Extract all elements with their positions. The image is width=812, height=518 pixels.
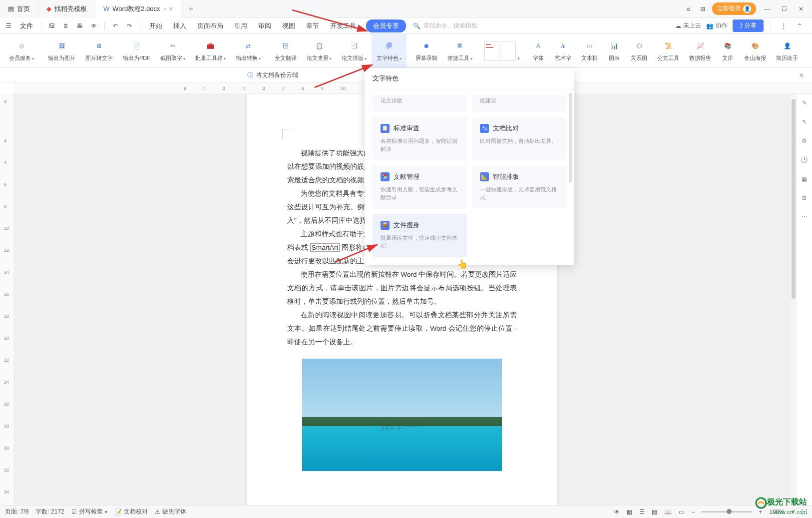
notification-close[interactable]: ✕ <box>799 72 804 79</box>
status-view-print[interactable]: ▦ <box>627 509 632 516</box>
new-tab-button[interactable]: + <box>181 4 200 13</box>
grid-icon[interactable]: ⊞ <box>698 4 707 13</box>
ribbon-plagiarism[interactable]: 📋论文查重▾ <box>302 34 337 67</box>
status-view-read[interactable]: 📖 <box>664 509 672 516</box>
para-text: 在新的阅读视图中阅读更加容易。可以折叠文档某些部分并关注所需文本。如果在达到结尾… <box>287 311 517 346</box>
tab-document[interactable]: WWord教程2.docx○✕ <box>95 0 181 18</box>
template-thumb-2[interactable] <box>501 41 516 61</box>
status-page[interactable]: 页面: 7/9 <box>5 508 28 516</box>
ribbon-official-docs[interactable]: 📜公文工具 <box>652 34 684 67</box>
status-frame-icon[interactable]: ▭ <box>679 509 684 516</box>
close-icon[interactable]: ✕ <box>169 6 173 11</box>
ribbon-data-report[interactable]: 📈数据报告 <box>684 34 716 67</box>
vruler-mark: 14 <box>4 270 9 275</box>
side-gear-icon[interactable]: ⚙ <box>800 136 810 146</box>
zoom-slider[interactable] <box>702 511 752 513</box>
status-missing-fonts[interactable]: ⚠缺失字体 <box>155 508 186 516</box>
side-grid-icon[interactable]: ▦ <box>800 174 810 184</box>
ribbon-textbox[interactable]: ▭文本框 <box>576 34 603 67</box>
document-image[interactable]: XXX 公司出品 <box>302 359 502 471</box>
template-thumb-1[interactable]: ▬▬▬▬▬ <box>484 41 499 61</box>
menu-tab-review[interactable]: 审阅 <box>257 19 272 32</box>
popup-card-file-slim[interactable]: 📦文件瘦身 批量压缩文件，快速减小文件体积 <box>373 214 467 257</box>
collab-button[interactable]: 👥协作 <box>706 21 728 30</box>
zoom-out[interactable]: − <box>691 509 695 516</box>
ribbon-chart[interactable]: 📊图表 <box>603 34 626 67</box>
status-view-outline[interactable]: ▤ <box>652 509 657 516</box>
login-button[interactable]: 立即登录👤 <box>712 2 756 15</box>
ribbon-export-pdf[interactable]: 📄输出为PDF <box>118 34 155 67</box>
ribbon-screen-record[interactable]: ⏺屏幕录制 <box>410 34 442 67</box>
ribbon-poster[interactable]: 🎨金山海报 <box>739 34 771 67</box>
tab-home[interactable]: ▤首页 <box>0 0 38 18</box>
vertical-ruler[interactable]: 2 2 4 6 8 10 12 14 16 18 20 22 24 26 28 … <box>0 94 14 505</box>
ribbon-template-thumbs[interactable]: ▬▬▬▬▬ ▾ <box>481 41 523 61</box>
ribbon-font[interactable]: A字体 <box>527 34 550 67</box>
tab-template[interactable]: ◆找稻壳模板 <box>38 0 95 18</box>
status-view-eye[interactable]: 👁 <box>614 509 620 516</box>
chevron-down-icon[interactable]: ▾ <box>517 56 520 61</box>
ribbon-label: 简历助手 <box>776 54 798 62</box>
ribbon-convert[interactable]: ⇄输出转换▾ <box>231 34 266 67</box>
close-button[interactable]: ✕ <box>795 5 807 12</box>
ribbon-ocr[interactable]: 🗏图片转文字 <box>80 34 118 67</box>
menu-tab-vip[interactable]: 会员专享 <box>366 19 406 32</box>
status-view-web[interactable]: ☰ <box>639 509 645 516</box>
chevron-up-icon[interactable]: ⌃ <box>794 20 805 31</box>
popup-card-paper-layout[interactable]: 论文排版 <box>373 94 467 112</box>
ribbon-wordart[interactable]: 𝐀艺术字 <box>550 34 576 67</box>
menu-tab-references[interactable]: 引用 <box>233 19 248 32</box>
menu-tab-start[interactable]: 开始 <box>148 19 163 32</box>
popup-card-suggestion[interactable]: 改建议 <box>472 94 566 112</box>
ribbon-relation[interactable]: ⬡关系图 <box>626 34 652 67</box>
popup-card-compare[interactable]: ⇆文档比对 比对两篇文档，自动标出差异。 <box>472 117 566 160</box>
vertical-scrollbar[interactable] <box>790 94 796 505</box>
save-icon[interactable]: 🖫 <box>46 20 57 31</box>
ribbon-label: 论文排版 <box>342 55 364 61</box>
undo-icon[interactable]: ↶ <box>110 20 121 31</box>
side-clock-icon[interactable]: 🕐 <box>800 155 810 165</box>
zoom-handle[interactable] <box>727 509 732 514</box>
hamburger-icon[interactable]: ☰ <box>3 20 14 31</box>
popup-card-standard-review[interactable]: 📋标准审查 各类标准引用问题多，智能识别解决 <box>373 117 467 160</box>
menu-tab-insert[interactable]: 插入 <box>172 19 187 32</box>
status-spellcheck[interactable]: ☑拼写检查▾ <box>71 508 107 516</box>
menu-tab-layout[interactable]: 页面布局 <box>196 19 224 32</box>
ribbon-more[interactable]: ⊞更多 <box>807 34 812 67</box>
print-preview-icon[interactable]: 👁 <box>88 20 99 31</box>
side-doc-icon[interactable]: 🗎 <box>800 193 810 203</box>
indent-marker[interactable]: ▽ <box>242 86 246 91</box>
notes-icon[interactable]: ⧈ <box>684 4 693 13</box>
ribbon-text-features[interactable]: 🗐文字特色▾ <box>372 34 406 67</box>
side-cursor-icon[interactable]: ↖ <box>800 117 810 127</box>
status-proofread[interactable]: 📝文档校对 <box>114 508 148 516</box>
ribbon-screenshot-text[interactable]: ✂截图取字▾ <box>155 34 190 67</box>
ribbon-library[interactable]: 📚文库 <box>716 34 739 67</box>
redo-icon[interactable]: ↷ <box>124 20 135 31</box>
search-box[interactable]: 🔍 查找命令、搜索模板 <box>413 21 477 30</box>
print-icon[interactable]: 🖶 <box>74 20 85 31</box>
ribbon-translate[interactable]: 🈂全文翻译 <box>270 34 302 67</box>
side-pen-icon[interactable]: ✎ <box>800 98 810 108</box>
file-menu[interactable]: 文件 <box>17 21 36 30</box>
popup-card-smart-layout[interactable]: 📐智能排版 一键快速排版，支持套用范文格式 <box>472 165 566 209</box>
ribbon-export-image[interactable]: 🖼输出为图片 <box>43 34 80 67</box>
ribbon-quick-tools[interactable]: 🛠便捷工具▾ <box>442 34 477 67</box>
more-menu-icon[interactable]: ⋮ <box>778 20 789 31</box>
login-label: 立即登录 <box>717 4 741 13</box>
side-dots-icon[interactable]: ⋯ <box>800 212 810 222</box>
popup-card-references[interactable]: 📚文献管理 快速引用文献，智能生成参考文献目录 <box>373 165 467 209</box>
ruler-mark: 2 <box>263 86 265 91</box>
popup-scrollbar[interactable] <box>569 93 572 183</box>
ribbon-batch-tools[interactable]: 🧰批量工具箱▾ <box>190 34 231 67</box>
maximize-button[interactable]: ☐ <box>778 5 790 12</box>
status-words[interactable]: 字数: 2172 <box>35 508 64 516</box>
ribbon-member-service[interactable]: ◇会员服务▾ <box>4 34 39 67</box>
ribbon-resume[interactable]: 👤简历助手 <box>771 34 803 67</box>
cloud-status[interactable]: ☁未上云 <box>675 21 701 30</box>
ribbon-paper-layout[interactable]: 📑论文排版▾ <box>337 34 372 67</box>
save-as-icon[interactable]: 🗎 <box>60 20 71 31</box>
minimize-button[interactable]: — <box>761 5 773 12</box>
scrollbar-thumb[interactable] <box>792 99 796 299</box>
share-button[interactable]: ⤴分享 <box>733 19 764 32</box>
